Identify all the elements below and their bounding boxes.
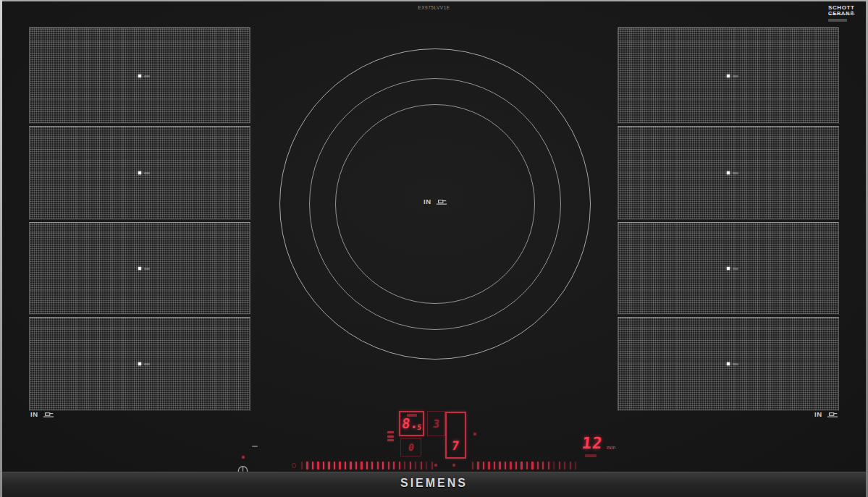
slider-tick[interactable] <box>559 462 560 470</box>
level-right-value: 7 <box>451 438 460 453</box>
cooking-zone-right-1[interactable] <box>618 27 839 124</box>
slider-tick[interactable] <box>404 462 405 470</box>
timer-display[interactable]: 12 min <box>579 434 630 460</box>
slider-tick[interactable] <box>339 462 340 470</box>
slider-tick[interactable] <box>426 462 427 470</box>
induction-label: IN <box>424 197 431 205</box>
cookware-pan-icon <box>42 410 55 418</box>
slider-tick[interactable] <box>521 462 522 470</box>
slider-tick[interactable] <box>355 462 357 470</box>
zone-center-mark <box>144 172 150 174</box>
slider-tick[interactable] <box>526 462 528 470</box>
slider-tick[interactable] <box>306 462 308 470</box>
slider-tick[interactable] <box>350 462 351 470</box>
slider-tick[interactable] <box>366 462 368 470</box>
zone-center-mark <box>733 172 738 174</box>
power-level-display[interactable]: 8. 5 <box>399 411 424 436</box>
cooking-zone-left-4[interactable] <box>29 317 250 411</box>
slider-tick[interactable] <box>415 462 416 470</box>
level-display-right[interactable]: 7 <box>445 412 466 459</box>
slider-tick[interactable] <box>548 462 549 470</box>
slider-tick[interactable] <box>361 462 362 470</box>
slider-tick[interactable] <box>312 462 313 470</box>
slider-tick[interactable] <box>382 462 384 470</box>
slider-tick[interactable] <box>388 462 389 470</box>
cooking-zone-right-2[interactable] <box>618 126 839 220</box>
slider-tick[interactable] <box>334 462 335 470</box>
timer-value: 12 <box>581 434 604 452</box>
ceran-text: CERAN® <box>828 11 863 16</box>
zone-center-mark <box>144 363 150 365</box>
cooking-zone-right-3[interactable] <box>618 222 839 315</box>
slider-start-marker <box>292 463 296 468</box>
slider-dot <box>434 464 437 467</box>
zone-center-mark <box>733 363 738 365</box>
slider-tick[interactable] <box>410 462 411 470</box>
slider-tick[interactable] <box>494 462 495 470</box>
cooking-zone-left-1[interactable] <box>29 27 250 124</box>
zone-center-dot <box>727 362 730 365</box>
slider-tick[interactable] <box>317 462 319 470</box>
slider-tick[interactable] <box>515 462 517 470</box>
slider-tick[interactable] <box>371 462 373 470</box>
slider-tick[interactable] <box>328 462 329 470</box>
induction-label: IN <box>814 410 822 418</box>
indicator-dot <box>473 433 476 436</box>
pause-bars-icon[interactable] <box>387 431 394 441</box>
level-zero-value: 0 <box>408 442 415 453</box>
zone-center-dot <box>727 75 730 77</box>
induction-marker-bottom-right: IN <box>814 410 839 418</box>
induction-marker-bottom-left: IN <box>30 410 55 418</box>
zone-center-dot <box>138 362 141 365</box>
slider-tick[interactable] <box>345 462 346 470</box>
cookware-pan-icon <box>435 197 448 205</box>
slider-tick[interactable] <box>399 462 400 470</box>
slider-dot <box>452 464 455 467</box>
slider-tick[interactable] <box>483 462 484 470</box>
zone-center-dot <box>727 171 730 174</box>
slider-tick[interactable] <box>510 462 511 470</box>
power-slider-right[interactable] <box>472 461 576 470</box>
slider-tick[interactable] <box>393 462 395 470</box>
slider-tick[interactable] <box>377 462 379 470</box>
timer-unit: min <box>607 445 615 450</box>
slider-tick[interactable] <box>542 462 544 470</box>
zone-center-mark <box>733 75 738 77</box>
panel-dash-mark <box>252 446 258 447</box>
slider-tick[interactable] <box>323 462 324 470</box>
zone-center-dot <box>138 75 141 77</box>
zone-center-dot <box>138 171 141 174</box>
slider-tick[interactable] <box>553 462 555 470</box>
cooking-zone-left-2[interactable] <box>29 126 250 220</box>
slider-tick[interactable] <box>505 462 506 470</box>
slider-tick[interactable] <box>301 462 303 470</box>
slider-tick[interactable] <box>499 462 500 470</box>
power-level-fraction: 5 <box>416 424 421 431</box>
cooking-zone-right-4[interactable] <box>618 317 839 411</box>
slider-tick[interactable] <box>488 462 489 470</box>
schott-text: SCHOTT <box>828 5 863 11</box>
timer-sub-mark <box>585 454 597 457</box>
slider-tick[interactable] <box>537 462 539 470</box>
power-slider-left[interactable] <box>301 461 433 470</box>
slider-tick[interactable] <box>531 462 533 470</box>
level-display-zero[interactable]: 0 <box>400 438 421 456</box>
slider-tick[interactable] <box>477 462 479 470</box>
slider-tick[interactable] <box>570 462 571 470</box>
slider-tick[interactable] <box>472 462 473 470</box>
schott-subtext-bar <box>828 19 847 22</box>
zone-center-dot <box>727 267 730 270</box>
level-secondary-value: 3 <box>432 417 440 430</box>
induction-cooktop: EX975LVV1E SCHOTT CERAN® IN IN IN <box>0 0 868 497</box>
slider-tick[interactable] <box>564 462 565 470</box>
zone-center-mark <box>144 75 150 77</box>
zone-center-mark <box>733 268 738 270</box>
slider-tick[interactable] <box>431 462 433 470</box>
induction-label: IN <box>30 410 38 418</box>
slider-tick[interactable] <box>421 462 422 470</box>
cooking-zone-left-3[interactable] <box>29 222 250 315</box>
level-display-secondary[interactable]: 3 <box>427 411 445 436</box>
zone-center-dot <box>138 267 141 270</box>
induction-marker-center: IN <box>424 197 448 205</box>
slider-tick[interactable] <box>575 462 576 470</box>
